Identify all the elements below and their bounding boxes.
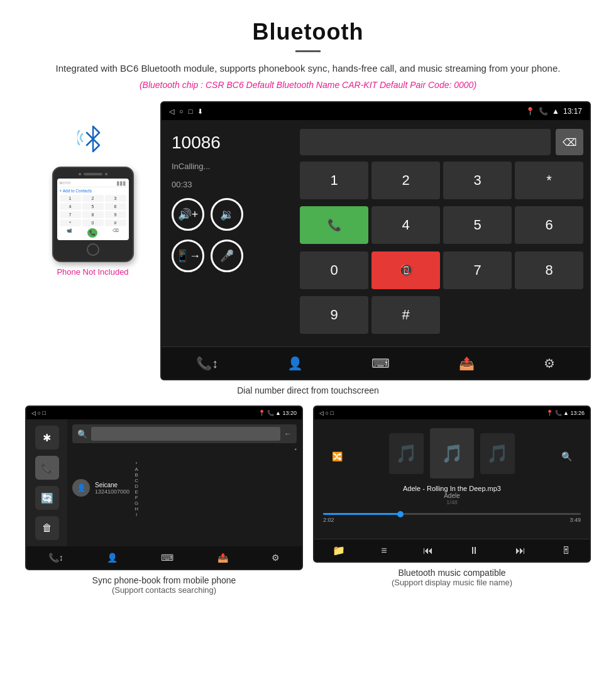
keypad-grid: 1 2 3 * 📞 4 5 6 0 📵 7 [300, 162, 583, 338]
music-nav-play[interactable]: ⏸ [469, 545, 479, 556]
back-icon: ◁ [169, 108, 174, 116]
phone-key-2[interactable]: 2 [82, 195, 104, 202]
phone-call-button[interactable]: 📞 [87, 228, 97, 238]
keypad-call-button[interactable]: 📞 [300, 206, 368, 244]
music-shuffle-icon[interactable]: 🔀 [332, 451, 343, 461]
keypad-key-2[interactable]: 2 [371, 162, 440, 199]
pb-search-field[interactable] [91, 427, 280, 441]
keypad-key-7[interactable]: 7 [443, 251, 512, 289]
dialer-input-field[interactable] [300, 129, 551, 155]
phone-top-bar [57, 173, 129, 175]
music-progress-dot [397, 511, 404, 517]
music-nav-folder[interactable]: 📁 [333, 544, 345, 556]
home-icon: ○ [179, 108, 184, 115]
keypad-key-8[interactable]: 8 [515, 251, 583, 289]
music-title: Adele - Rolling In the Deep.mp3 [403, 485, 501, 492]
header-specs: (Bluetooth chip : CSR BC6 Default Blueto… [25, 80, 591, 90]
top-section: MOTO ▊▊▊ + Add to Contacts 1 2 3 4 5 6 7… [25, 101, 591, 380]
pb-nav-transfer[interactable]: 📤 [217, 553, 228, 563]
header-divider [295, 50, 321, 52]
phone-signal: ▊▊▊ [117, 181, 126, 185]
phone-key-6[interactable]: 6 [105, 203, 126, 210]
phone-key-8[interactable]: 8 [82, 211, 104, 218]
pb-contact-avatar: 👤 [72, 479, 90, 497]
nav-transfer[interactable]: 📤 [459, 356, 475, 371]
call-ui-body: 10086 InCalling... 00:33 🔊+ 🔉 📱→ [162, 120, 590, 346]
pb-nav-settings[interactable]: ⚙ [272, 553, 280, 563]
status-right-icons: 📍 📞 ▲ 13:17 [525, 107, 582, 116]
pb-delete-icon[interactable]: 🗑 [35, 516, 59, 540]
music-nav-next[interactable]: ⏭ [515, 545, 525, 556]
pb-nav-contacts[interactable]: 👤 [107, 553, 118, 563]
status-left-icons: ◁ ○ □ ⬇ [169, 108, 203, 116]
music-time: 13:26 [570, 410, 585, 416]
phone-key-3[interactable]: 3 [105, 195, 126, 202]
volume-down-icon: 🔉 [220, 207, 234, 221]
call-btn-row-1: 🔊+ 🔉 [172, 198, 283, 231]
music-note-left: 🎵 [395, 443, 417, 464]
pb-call-icon[interactable]: 📞 [35, 456, 59, 480]
pb-location-icon: 📍 📞 ▲ [258, 410, 282, 416]
nav-contacts[interactable]: 👤 [287, 356, 303, 371]
music-search-icon[interactable]: 🔍 [561, 451, 572, 461]
nav-keypad[interactable]: ⌨ [371, 356, 390, 371]
music-info: Adele - Rolling In the Deep.mp3 Adele 1/… [403, 485, 501, 505]
keypad-key-star[interactable]: * [515, 162, 583, 199]
phone-key-5[interactable]: 5 [82, 203, 104, 210]
phone-screen-header: MOTO ▊▊▊ [60, 181, 126, 187]
music-status-left: ◁ ○ □ [319, 410, 334, 416]
phone-key-1[interactable]: 1 [60, 195, 81, 202]
phone-speaker [84, 173, 102, 175]
phone-key-4[interactable]: 4 [60, 203, 81, 210]
dialer-backspace-button[interactable]: ⌫ [556, 129, 583, 155]
keypad-key-4[interactable]: 4 [371, 206, 440, 244]
pb-contact-details: Seicane 13241007000 [95, 482, 129, 495]
phone-dot-2 [105, 173, 107, 175]
volume-up-button[interactable]: 🔊+ [172, 198, 204, 231]
phonebook-body: ✱ 📞 🔄 🗑 🔍 ← * 👤 [26, 419, 302, 546]
music-nav-prev[interactable]: ⏮ [423, 545, 433, 556]
phone-key-hash[interactable]: # [105, 219, 126, 226]
transfer-button[interactable]: 📱→ [172, 240, 204, 272]
keypad-end-call-button[interactable]: 📵 [371, 251, 440, 289]
music-nav-list[interactable]: ≡ [381, 545, 387, 556]
keypad-key-9[interactable]: 9 [300, 296, 368, 334]
pb-status-left: ◁ ○ □ [31, 410, 46, 416]
music-nav-eq[interactable]: 🎚 [561, 545, 571, 556]
end-call-icon: 📵 [399, 263, 413, 277]
pb-contact-name: Seicane [95, 482, 129, 488]
phone-key-0[interactable]: 0 [82, 219, 104, 226]
phone-key-9[interactable]: 9 [105, 211, 126, 218]
phonebook-status-bar: ◁ ○ □ 📍 📞 ▲ 13:20 [26, 407, 302, 419]
phone-key-star[interactable]: * [60, 219, 81, 226]
pb-sync-icon[interactable]: 🔄 [35, 486, 59, 510]
dialer-top-row: ⌫ [300, 129, 583, 155]
pb-nav-calls[interactable]: 📞↕ [48, 553, 63, 563]
keypad-key-3[interactable]: 3 [443, 162, 512, 199]
pb-asterisk: * [72, 447, 297, 453]
pb-home-nav: ○ □ [38, 410, 46, 416]
music-progress-bar[interactable] [323, 513, 581, 515]
keypad-key-5[interactable]: 5 [443, 206, 512, 244]
volume-down-button[interactable]: 🔉 [211, 198, 243, 231]
mute-button[interactable]: 🎤 [211, 240, 243, 272]
keypad-key-0[interactable]: 0 [300, 251, 368, 289]
page-container: Bluetooth Integrated with BC6 Bluetooth … [0, 0, 616, 620]
phone-home-button[interactable] [87, 243, 99, 256]
phone-key-7[interactable]: 7 [60, 211, 81, 218]
keypad-key-6[interactable]: 6 [515, 206, 583, 244]
car-screen-call: ◁ ○ □ ⬇ 📍 📞 ▲ 13:17 10086 InCalling... [160, 101, 591, 380]
keypad-key-hash[interactable]: # [371, 296, 440, 334]
music-album-row: 🎵 🎵 🎵 [389, 428, 515, 478]
phone-back-icon: ⌫ [113, 228, 119, 238]
music-screen: ◁ ○ □ 📍 📞 ▲ 13:26 🔀 🎵 [313, 405, 591, 563]
pb-contact-number: 13241007000 [95, 488, 129, 495]
phone-bottom-bar [57, 243, 129, 256]
pb-nav-keypad[interactable]: ⌨ [161, 553, 173, 563]
nav-calls[interactable]: 📞↕ [196, 356, 218, 371]
keypad-key-1[interactable]: 1 [300, 162, 368, 199]
music-location-icon: 📍 📞 ▲ [546, 410, 570, 416]
volume-up-icon: 🔊+ [178, 207, 199, 221]
backspace-icon: ⌫ [563, 136, 577, 148]
nav-settings[interactable]: ⚙ [544, 356, 555, 371]
